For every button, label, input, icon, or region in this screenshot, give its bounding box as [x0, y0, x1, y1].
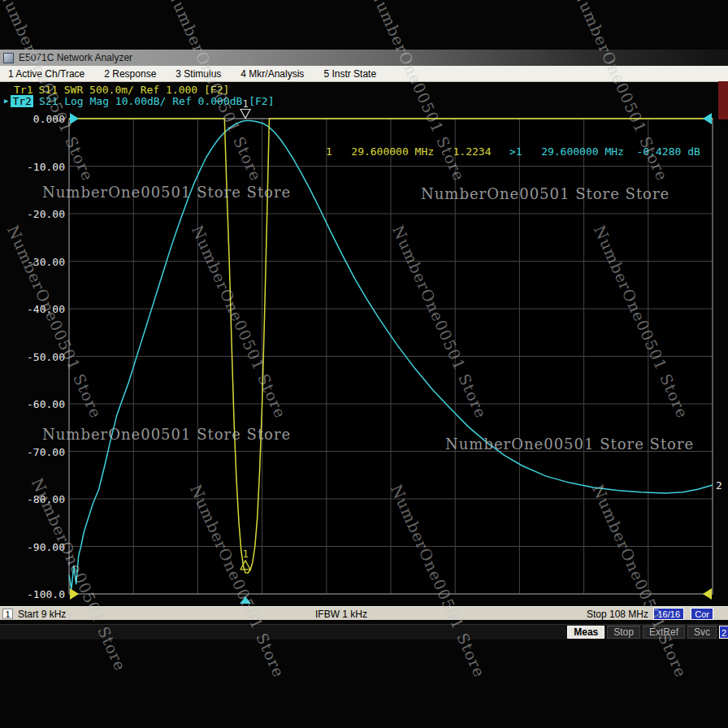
y-axis-label: -70.00: [0, 446, 65, 458]
menu-mkr-analysis[interactable]: 4 Mkr/Analysis: [240, 68, 304, 80]
marker-stimulus-icon: [240, 596, 251, 604]
sweep-stop-label: Stop 108 MHz: [587, 609, 648, 620]
points-indicator: 16/16: [653, 608, 684, 620]
menu-instr-state[interactable]: 5 Instr State: [323, 68, 376, 80]
trace2-name[interactable]: Tr2: [11, 95, 32, 107]
taskbar-edge-item[interactable]: 2: [719, 626, 728, 639]
trace2-header: ▶ Tr2 S21 Log Mag 10.00dB/ Ref 0.000dB […: [0, 95, 275, 106]
window-edge-fragment: [718, 81, 728, 119]
y-axis-label: -20.00: [0, 208, 65, 220]
y-axis-label: -80.00: [0, 493, 65, 505]
status-bar: 1 Start 9 kHz IFBW 1 kHz Stop 108 MHz 16…: [0, 606, 728, 620]
app-icon: [3, 53, 14, 63]
marker-readout-tr1: 1 29.600000 MHz 1.2234: [326, 145, 492, 158]
menu-stimulus[interactable]: 3 Stimulus: [176, 68, 221, 80]
window-title: E5071C Network Analyzer: [19, 52, 132, 63]
y-axis-label: -60.00: [0, 398, 65, 410]
trace1-name[interactable]: Tr1: [14, 84, 32, 96]
y-axis-label: -10.00: [0, 161, 65, 173]
marker-readout-tr2: >1 29.600000 MHz -0.4280 dB: [509, 145, 700, 158]
tr1-marker-number: 1: [242, 548, 248, 560]
trace2-definition: S21 Log Mag 10.00dB/ Ref 0.000dB [F2]: [39, 95, 275, 107]
y-axis-label: -50.00: [0, 351, 65, 363]
trace2-edge-label: 2: [716, 479, 722, 492]
y-axis-label: -90.00: [0, 541, 65, 553]
active-trace-arrow-icon: ▶: [4, 97, 8, 105]
tr2-marker-triangle-icon: [240, 110, 250, 119]
ifbw-label: IFBW 1 kHz: [315, 609, 367, 620]
trace1-header: Tr1 S11 SWR 500.0m/ Ref 1.000 [F2]: [0, 84, 229, 95]
menu-bar: 1 Active Ch/Trace 2 Response 3 Stimulus …: [0, 66, 728, 82]
y-axis-label: -100.0: [0, 588, 65, 600]
window-titlebar[interactable]: E5071C Network Analyzer: [0, 50, 728, 66]
screen: E5071C Network Analyzer 1 Active Ch/Trac…: [0, 0, 728, 728]
trace1-definition: S11 SWR 500.0m/ Ref 1.000 [F2]: [38, 84, 229, 96]
taskbar-meas-button[interactable]: Meas: [567, 626, 604, 639]
taskbar-stop-button[interactable]: Stop: [607, 626, 640, 639]
correction-indicator: Cor: [691, 608, 713, 620]
menu-response[interactable]: 2 Response: [104, 68, 156, 80]
taskbar-svc-button[interactable]: Svc: [687, 626, 717, 639]
menu-active-ch-trace[interactable]: 1 Active Ch/Trace: [8, 68, 84, 80]
y-axis-label: -30.00: [0, 256, 65, 268]
sweep-start-label: Start 9 kHz: [18, 609, 66, 620]
channel-indicator: 1: [2, 609, 13, 619]
y-axis-label: 0.000: [0, 113, 65, 125]
taskbar-extref-button[interactable]: ExtRef: [643, 626, 685, 639]
taskbar: Meas Stop ExtRef Svc 2: [0, 624, 728, 639]
y-axis-label: -40.00: [0, 303, 65, 315]
